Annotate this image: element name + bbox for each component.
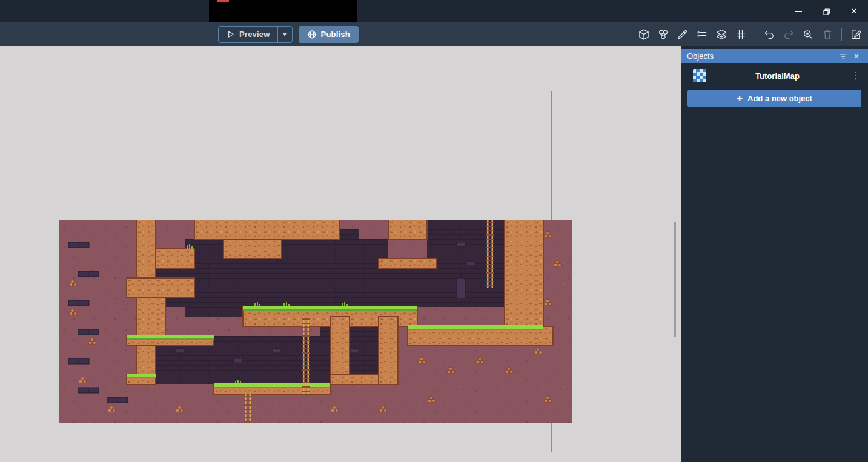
grid-button[interactable] bbox=[732, 26, 749, 43]
object-name: TutorialMap bbox=[706, 71, 849, 81]
delete-button[interactable] bbox=[819, 26, 836, 43]
trash-icon bbox=[821, 28, 833, 41]
zoom-in-button[interactable] bbox=[800, 26, 817, 43]
play-icon bbox=[226, 30, 235, 39]
tilemap-thumbnail-icon bbox=[693, 69, 706, 82]
3d-box-button[interactable] bbox=[635, 26, 652, 43]
tab-loading-indicator bbox=[217, 0, 229, 2]
add-object-button[interactable]: + Add a new object bbox=[687, 90, 861, 107]
filter-objects-button[interactable] bbox=[837, 50, 850, 63]
minimize-icon bbox=[795, 11, 802, 12]
toolbar-center-group: Preview ▾ Publish bbox=[218, 22, 359, 46]
layers-icon bbox=[715, 28, 727, 41]
zoom-in-icon bbox=[802, 28, 814, 41]
object-groups-button[interactable] bbox=[655, 26, 672, 43]
redo-icon bbox=[783, 28, 795, 41]
chevron-down-icon: ▾ bbox=[283, 30, 287, 38]
restore-icon bbox=[822, 7, 830, 16]
redo-button[interactable] bbox=[780, 26, 797, 43]
close-icon: ✕ bbox=[851, 7, 858, 16]
restore-button[interactable] bbox=[812, 0, 840, 22]
object-list-item[interactable]: TutorialMap ⋮ bbox=[681, 66, 868, 85]
toolbar-right-icons bbox=[635, 22, 864, 46]
close-window-button[interactable]: ✕ bbox=[840, 0, 868, 22]
active-scene-tab[interactable] bbox=[209, 0, 357, 22]
add-object-label: Add a new object bbox=[747, 94, 812, 103]
object-groups-icon bbox=[657, 28, 669, 41]
minimize-button[interactable] bbox=[784, 0, 812, 22]
kebab-icon: ⋮ bbox=[852, 70, 861, 81]
window-controls: ✕ bbox=[784, 0, 868, 22]
tilemap-object[interactable] bbox=[59, 220, 572, 423]
objects-panel: Objects ✕ TutorialMap ⋮ + Add a new obje… bbox=[681, 46, 868, 462]
objects-panel-title: Objects bbox=[687, 51, 837, 61]
edit-scene-icon bbox=[850, 28, 862, 41]
3d-box-icon bbox=[638, 28, 650, 41]
toolbar-separator bbox=[755, 28, 755, 41]
preview-button[interactable]: Preview ▾ bbox=[218, 26, 293, 43]
draw-button[interactable] bbox=[674, 26, 691, 43]
edit-scene-button[interactable] bbox=[847, 26, 864, 43]
filter-icon bbox=[839, 52, 847, 61]
toolbar: Preview ▾ Publish bbox=[0, 22, 868, 46]
grid-icon bbox=[735, 28, 747, 41]
globe-icon bbox=[307, 30, 317, 39]
preview-button-main[interactable]: Preview bbox=[219, 27, 277, 42]
draw-pen-icon bbox=[677, 28, 689, 41]
object-menu-button[interactable]: ⋮ bbox=[849, 70, 863, 81]
undo-icon bbox=[763, 28, 775, 41]
plus-icon: + bbox=[737, 93, 743, 104]
instances-list-icon bbox=[696, 28, 708, 41]
preview-label: Preview bbox=[239, 30, 270, 39]
instances-list-button[interactable] bbox=[694, 26, 711, 43]
layers-button[interactable] bbox=[713, 26, 730, 43]
objects-panel-header: Objects ✕ bbox=[681, 49, 868, 63]
toolbar-separator bbox=[841, 28, 842, 41]
undo-button[interactable] bbox=[761, 26, 778, 43]
close-icon: ✕ bbox=[853, 52, 860, 61]
titlebar: ✕ bbox=[0, 0, 868, 22]
preview-dropdown-button[interactable]: ▾ bbox=[277, 27, 292, 42]
canvas-scrollbar[interactable] bbox=[674, 222, 676, 337]
close-panel-button[interactable]: ✕ bbox=[850, 50, 863, 63]
publish-label: Publish bbox=[321, 30, 350, 39]
publish-button[interactable]: Publish bbox=[299, 26, 359, 43]
